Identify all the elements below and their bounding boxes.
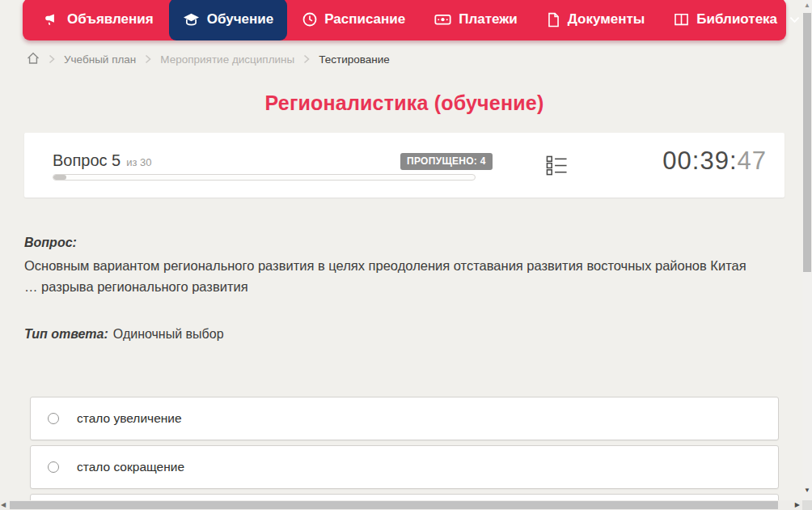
- chevron-down-icon: [789, 16, 800, 23]
- answer-option[interactable]: стало сокращение: [30, 445, 779, 489]
- chevron-right-icon: [49, 54, 55, 64]
- megaphone-icon: [44, 12, 60, 28]
- scroll-left-arrow-icon[interactable]: ◀: [1, 501, 6, 508]
- answer-type-value: Одиночный выбор: [113, 327, 224, 341]
- question-number: Вопрос 5: [53, 151, 121, 169]
- breadcrumb-item-discipline-event[interactable]: Мероприятие дисциплины: [160, 53, 294, 66]
- chevron-right-icon: [145, 54, 151, 64]
- breadcrumb-item-testing: Тестирование: [319, 53, 390, 66]
- scroll-right-arrow-icon[interactable]: ▶: [795, 501, 800, 508]
- home-icon[interactable]: [27, 52, 40, 67]
- graduation-cap-icon: [183, 12, 200, 28]
- nav-item-library[interactable]: Библиотека: [660, 0, 812, 40]
- horizontal-scrollbar[interactable]: ◀ ▶: [0, 500, 802, 510]
- nav-item-label: Расписание: [324, 11, 405, 28]
- breadcrumb-item-study-plan[interactable]: Учебный план: [64, 53, 136, 66]
- nav-item-label: Платежи: [459, 11, 518, 28]
- countdown-timer: 00:39:47: [662, 147, 767, 176]
- timer-minutes: 00:39:: [662, 147, 737, 175]
- question-text: Основным вариантом регионального развити…: [24, 255, 789, 297]
- question-text-line: … разрыва регионального развития: [24, 276, 789, 297]
- nav-item-schedule[interactable]: Расписание: [289, 0, 419, 40]
- nav-item-payments[interactable]: Платежи: [421, 0, 531, 40]
- nav-item-announcements[interactable]: Объявления: [31, 0, 167, 40]
- question-list-icon[interactable]: [546, 155, 568, 180]
- nav-item-label: Документы: [568, 11, 645, 28]
- question-label: Вопрос:: [24, 236, 77, 250]
- answer-option-label: стало сокращение: [77, 460, 184, 474]
- answer-type: Тип ответа:Одиночный выбор: [24, 327, 224, 342]
- skipped-count-badge: ПРОПУЩЕНО: 4: [400, 153, 493, 170]
- vertical-scrollbar-thumb[interactable]: [803, 13, 811, 272]
- breadcrumb: Учебный план Мероприятие дисциплины Тест…: [27, 51, 390, 67]
- nav-item-label: Библиотека: [696, 11, 777, 28]
- answer-type-label: Тип ответа:: [24, 327, 108, 341]
- main-navigation: Объявления Обучение Расписание Платежи Д…: [23, 0, 786, 40]
- test-progress-bar: [53, 174, 476, 181]
- timer-seconds: 47: [738, 147, 767, 175]
- clock-icon: [302, 12, 317, 27]
- question-text-line: Основным вариантом регионального развити…: [24, 255, 789, 276]
- nav-item-label: Объявления: [67, 11, 154, 28]
- scroll-down-arrow-icon[interactable]: ▼: [802, 487, 812, 494]
- horizontal-scrollbar-thumb[interactable]: [10, 501, 778, 509]
- scrollbar-corner: [802, 500, 812, 510]
- test-progress-fill: [53, 175, 66, 180]
- nav-item-training[interactable]: Обучение: [169, 0, 287, 40]
- banknote-icon: [434, 12, 451, 27]
- quiz-header-card: Вопрос 5из 30 ПРОПУЩЕНО: 4 00:39:47: [24, 133, 785, 198]
- question-counter: Вопрос 5из 30: [53, 151, 152, 170]
- page-title: Регионалистика (обучение): [0, 91, 809, 115]
- nav-item-label: Обучение: [207, 11, 273, 28]
- chevron-right-icon: [303, 54, 310, 64]
- scroll-up-arrow-icon[interactable]: ▲: [802, 2, 812, 9]
- answer-option-label: стало увеличение: [77, 411, 182, 426]
- radio-button[interactable]: [48, 461, 59, 473]
- vertical-scrollbar[interactable]: ▲ ▼: [802, 0, 812, 500]
- document-icon: [547, 12, 560, 28]
- open-book-icon: [674, 12, 689, 27]
- radio-button[interactable]: [48, 413, 59, 424]
- answer-option[interactable]: стало увеличение: [30, 397, 779, 440]
- nav-item-documents[interactable]: Документы: [533, 0, 659, 40]
- question-total: из 30: [126, 156, 151, 168]
